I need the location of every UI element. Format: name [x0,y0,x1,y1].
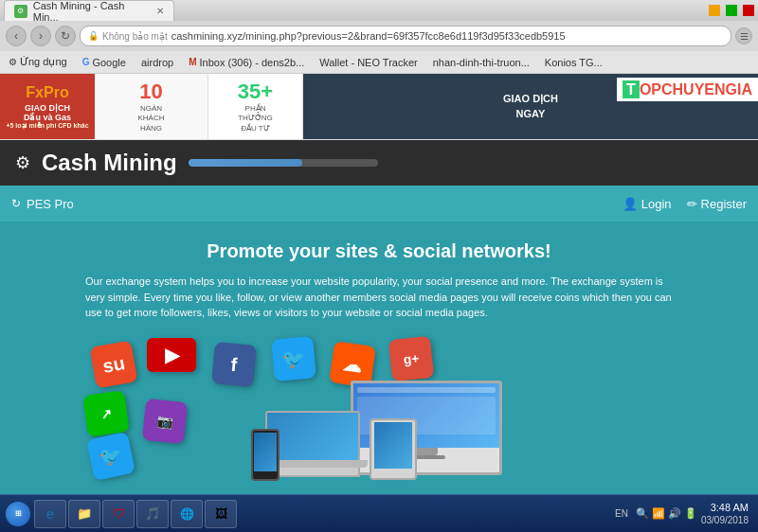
devices-mockup [246,362,512,485]
laptop-screen [267,413,358,460]
close-tab-button[interactable]: ✕ [156,6,164,16]
antivirus-icon: 🛡 [109,505,128,523]
nav-right: 👤 Login ✏ Register [623,197,747,211]
bookmark-google[interactable]: G Google [78,56,131,69]
site-title: Cash Mining [42,150,177,176]
nav-left: ↻ PES Pro [11,197,74,211]
loading-bar-fill [189,159,302,167]
taskbar-media-button[interactable]: 🎵 [136,500,169,528]
menu-button[interactable]: ☰ [735,27,752,44]
volume-icon: 🔊 [668,507,681,520]
browser-tab[interactable]: ⚙ Cash Mining - Cash Min... ✕ [4,0,174,21]
bookmark-apps[interactable]: ⚙ Ứng dụng [4,55,72,69]
bookmark-nhan-dinh[interactable]: nhan-dinh-thi-truon... [428,56,534,69]
social-illustration: su ▶ f 🐦 ☁ g+ P ↗ 📷 🐦 ▶ [38,336,720,486]
instagram-icon: 📷 [142,398,188,443]
title-bar: ⚙ Cash Mining - Cash Min... ✕ [0,0,758,21]
ad-stat2: 35+ PHẦNTHƯỞNGĐẦU TƯ [208,74,303,139]
bookmark-wallet[interactable]: Wallet - NEO Tracker [315,56,423,69]
bookmark-label: Google [92,57,125,68]
close-button[interactable] [743,5,754,16]
url-text: cashmining.xyz/mining.php?previous=2&bra… [171,30,723,42]
maximize-button[interactable] [726,5,737,16]
youtube-icon: ▶ [147,338,196,372]
register-icon: ✏ [687,197,697,211]
bookmark-label: Konios TG... [545,57,603,68]
monitor-stand [415,448,438,455]
clock-date: 03/09/2018 [701,514,749,526]
gear-icon: ⚙ [15,152,30,173]
browser-window: ⚙ Cash Mining - Cash Min... ✕ ‹ › ↻ 🔓 Kh… [0,0,758,532]
fxpro-brand: FxPro [26,84,68,101]
stat1-number: 10 [139,80,162,104]
bookmark-label: Wallet - NEO Tracker [319,57,418,68]
page-content: ⚙ Cash Mining ↻ PES Pro 👤 Login ✏ Regist… [0,140,758,494]
taskbar-antivirus-button[interactable]: 🛡 [102,500,135,528]
bookmark-inbox[interactable]: M Inbox (306) - dens2b... [184,56,309,69]
site-header: ⚙ Cash Mining [0,140,758,186]
media-icon: 🎵 [143,505,162,523]
topchuyengia-text: OPCHUYENGIA [640,81,752,98]
chrome-icon: 🌐 [177,505,196,523]
hero-text: Our exchange system helps you to increas… [85,274,673,321]
nav-refresh-icon: ↻ [11,197,21,210]
stat2-number: 35+ [238,80,273,104]
ad-stat1: 10 NGÀNKHÁCHHÀNG [95,74,208,139]
ad-banner: FxPro GIAO DỊCHDầu và Gas +5 loại miễn p… [0,74,758,140]
locale-label: EN [615,508,632,519]
cta-text: GIAO DỊCHNGAY [503,92,558,121]
gmail-icon: M [189,57,196,67]
screen-bar [357,387,496,393]
start-orb: ⊞ [6,502,30,526]
address-box[interactable]: 🔓 Không bảo mật cashmining.xyz/mining.ph… [80,26,731,46]
tab-favicon: ⚙ [14,5,27,18]
register-label: Register [701,197,747,211]
stat1-label: NGÀNKHÁCHHÀNG [137,104,164,133]
register-link[interactable]: ✏ Register [687,197,747,211]
bookmark-label: Ứng dụng [20,56,67,68]
hero-section: Promote your sites & social networks! Ou… [0,222,758,494]
bookmark-label: nhan-dinh-thi-truon... [433,57,530,68]
stat2-label: PHẦNTHƯỞNGĐẦU TƯ [238,104,273,133]
security-label: Không bảo mật [102,31,168,42]
sharethis-icon: ↗ [82,390,130,437]
bookmark-label: airdrop [141,57,173,68]
network-icon: 📶 [652,507,665,520]
login-link[interactable]: 👤 Login [623,197,672,211]
minimize-button[interactable] [709,5,720,16]
reload-button[interactable]: ↻ [55,26,76,46]
pes-pro-link[interactable]: PES Pro [27,197,74,211]
windows-logo: ⊞ [15,509,22,518]
insecure-icon: 🔓 [88,31,99,41]
battery-icon: 🔋 [684,507,697,520]
clock-time: 3:48 AM [701,501,749,514]
phone [251,429,280,481]
bookmark-label: Inbox (306) - dens2b... [200,57,305,68]
ie-icon: e [41,505,60,523]
phone-screen [254,433,276,471]
taskbar-chrome-button[interactable]: 🌐 [171,500,203,528]
apps-icon: ⚙ [9,57,17,67]
fxpro-ad[interactable]: FxPro GIAO DỊCHDầu và Gas +5 loại miễn p… [0,74,95,139]
taskbar: ⊞ e 📁 🛡 🎵 🌐 🖼 EN 🔍 📶 🔊 🔋 [0,494,758,532]
start-button[interactable]: ⊞ [4,500,32,528]
forward-button[interactable]: › [30,26,51,46]
loading-bar [189,159,378,167]
taskbar-ie-button[interactable]: e [34,500,66,528]
fxpro-tagline: GIAO DỊCHDầu và Gas [24,103,71,122]
taskbar-explorer-button[interactable]: 🖼 [205,500,237,528]
laptop [265,411,360,477]
google-icon: G [82,57,90,67]
stumbleupon-icon: su [90,340,138,388]
back-button[interactable]: ‹ [6,26,27,46]
folder-icon: 📁 [75,505,94,523]
login-icon: 👤 [623,197,638,211]
bookmark-airdrop[interactable]: airdrop [136,56,178,69]
search-tray-icon: 🔍 [636,507,649,520]
bookmark-konios[interactable]: Konios TG... [540,56,607,69]
taskbar-folder-button[interactable]: 📁 [68,500,100,528]
hero-title: Promote your sites & social networks! [207,240,550,262]
tablet-screen [374,422,412,469]
explorer-icon: 🖼 [211,505,230,523]
system-clock: 3:48 AM 03/09/2018 [701,501,749,526]
